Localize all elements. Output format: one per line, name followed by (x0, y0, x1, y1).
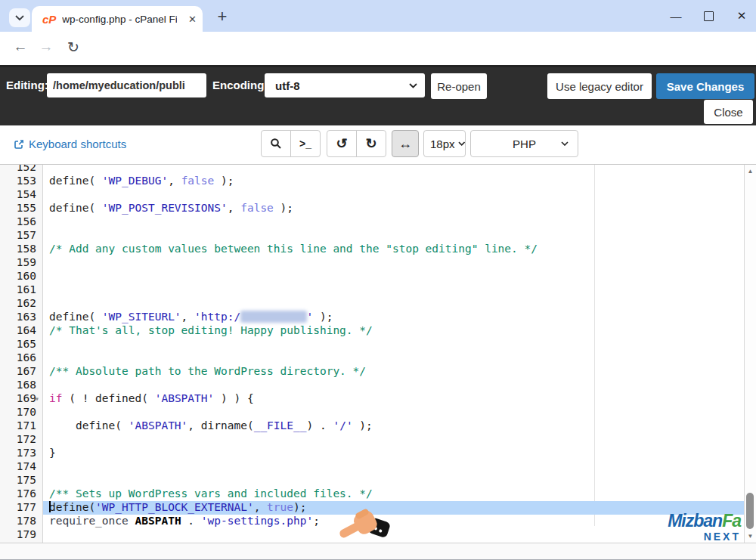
code-line[interactable] (43, 229, 744, 243)
code-line[interactable]: /* That's all, stop editing! Happy publi… (43, 324, 744, 338)
tab-close-icon[interactable]: ✕ (188, 14, 197, 24)
code-line[interactable] (43, 215, 744, 229)
language-select[interactable]: PHP (470, 130, 578, 157)
redo-button[interactable]: ↻ (356, 130, 386, 157)
code-line[interactable]: define( 'WP_POST_REVISIONS', false ); (43, 202, 744, 215)
code-editor[interactable]: 1521531541551561571581591601611621631641… (0, 165, 756, 543)
code-line[interactable]: /** Sets up WordPress vars and included … (43, 487, 744, 501)
code-token: , (254, 501, 267, 513)
code-line[interactable]: require_once ABSPATH . 'wp-settings.php'… (43, 515, 744, 528)
code-token: __FILE__ (254, 419, 307, 432)
code-line[interactable] (43, 270, 744, 283)
browser-nav-row: ← → ↻ mizbanfa ☆ ⋮ (0, 32, 756, 65)
code-line[interactable]: if ( ! defined( 'ABSPATH' ) ) { (43, 392, 744, 406)
code-token: , (168, 175, 181, 187)
minimize-button[interactable]: — (669, 10, 683, 23)
browser-tab[interactable]: cP wp-config.php - cPanel File Ma ✕ (32, 6, 203, 32)
save-changes-button[interactable]: Save Changes (656, 73, 754, 99)
code-token: false (181, 175, 215, 187)
word-wrap-toggle[interactable]: ↔ (392, 130, 419, 157)
code-token: define( (49, 175, 102, 187)
back-button[interactable]: ← (11, 39, 30, 55)
code-line[interactable] (43, 474, 744, 487)
code-line[interactable] (43, 406, 744, 419)
code-token: require_once (49, 515, 129, 527)
scroll-down-arrow[interactable]: ▼ (745, 533, 756, 540)
code-token: ' (307, 311, 314, 323)
code-line[interactable]: define( 'WP_SITEURL', 'http:/ ' ); (43, 311, 744, 324)
window-close-button[interactable]: ✕ (735, 9, 748, 23)
close-button[interactable]: Close (704, 100, 753, 124)
browser-tab-strip: cP wp-config.php - cPanel File Ma ✕ + — … (0, 0, 756, 32)
code-line[interactable]: define( 'ABSPATH', dirname(__FILE__) . '… (43, 419, 744, 433)
code-line[interactable] (43, 338, 744, 351)
gutter: 1521531541551561571581591601611621631641… (0, 165, 43, 542)
code-line[interactable]: define( 'WP_DEBUG', false ); (43, 175, 744, 188)
forward-button[interactable]: → (36, 39, 56, 55)
line-number: 156 (0, 215, 43, 229)
code-line-highlighted[interactable]: define('WP_HTTP_BLOCK_EXTERNAL', true); (43, 501, 744, 515)
code-line[interactable] (43, 256, 744, 270)
line-number: 152 (0, 165, 43, 175)
search-button[interactable] (261, 130, 291, 157)
scroll-up-arrow[interactable]: ▲ (745, 168, 756, 175)
reload-button[interactable]: ↻ (64, 39, 83, 56)
code-token: } (49, 447, 56, 459)
code-token: define( (49, 419, 129, 432)
new-tab-button[interactable]: + (213, 7, 231, 26)
code-token: 'ABSPATH' (129, 419, 188, 432)
use-legacy-editor-button[interactable]: Use legacy editor (547, 73, 652, 99)
code-token: ); (293, 501, 306, 513)
code-token: true (267, 501, 293, 513)
watermark-mizban: Mizban (668, 511, 722, 531)
code-line[interactable] (43, 460, 744, 474)
code-token: ); (214, 175, 234, 187)
undo-button[interactable]: ↺ (327, 130, 357, 157)
code-line[interactable] (43, 351, 744, 365)
terminal-button[interactable]: >_ (290, 130, 321, 157)
maximize-button[interactable] (704, 11, 714, 21)
code-token: /* That's all, stop editing! Happy publi… (49, 324, 373, 336)
code-token (129, 515, 135, 527)
window-controls: — ✕ (669, 6, 748, 26)
code-line[interactable] (43, 379, 744, 392)
code-token: /* Add any custom values between this li… (49, 243, 538, 255)
code-token: ); (353, 419, 373, 432)
chevron-down-icon (561, 141, 569, 146)
tab-search-button[interactable] (9, 8, 30, 27)
line-number: 154 (0, 188, 43, 202)
code-line[interactable] (43, 165, 744, 175)
external-link-icon (14, 139, 24, 150)
word-wrap-icon: ↔ (398, 136, 412, 152)
code-blurred-segment (240, 311, 306, 323)
code-line[interactable]: } (43, 447, 744, 460)
undo-redo-group: ↺ ↻ (327, 130, 386, 157)
code-fold-icon[interactable]: ▾ (35, 393, 39, 405)
line-number: 177 (0, 501, 43, 515)
file-path-input[interactable] (47, 73, 206, 97)
code-line[interactable] (43, 528, 744, 542)
chevron-down-icon (458, 141, 465, 146)
line-number: 171 (0, 419, 43, 433)
code-line[interactable]: /** Absolute path to the WordPress direc… (43, 365, 744, 379)
code-token: , (228, 202, 240, 214)
page-bottom-strip (0, 543, 756, 560)
code-token: 'WP_POST_REVISIONS' (102, 202, 228, 214)
line-number: 155 (0, 202, 43, 215)
code-line[interactable] (43, 433, 744, 447)
code-line[interactable] (43, 188, 744, 202)
editing-label: Editing: (6, 73, 48, 97)
code-line[interactable]: /* Add any custom values between this li… (43, 243, 744, 256)
reopen-button[interactable]: Re-open (431, 73, 487, 99)
code-line[interactable] (43, 297, 744, 311)
encoding-value: utf-8 (275, 79, 300, 92)
font-size-select[interactable]: 18px (423, 130, 466, 157)
keyboard-shortcuts-link[interactable]: Keyboard shortcuts (14, 138, 126, 150)
encoding-select[interactable]: utf-8 (265, 73, 425, 97)
line-number: 173 (0, 447, 43, 460)
line-number: 172 (0, 433, 43, 447)
code-line[interactable] (43, 283, 744, 297)
scrollbar-thumb[interactable] (746, 493, 754, 529)
terminal-icon: >_ (299, 138, 311, 150)
editor-scrollbar[interactable]: ▲ ▼ (744, 165, 756, 543)
